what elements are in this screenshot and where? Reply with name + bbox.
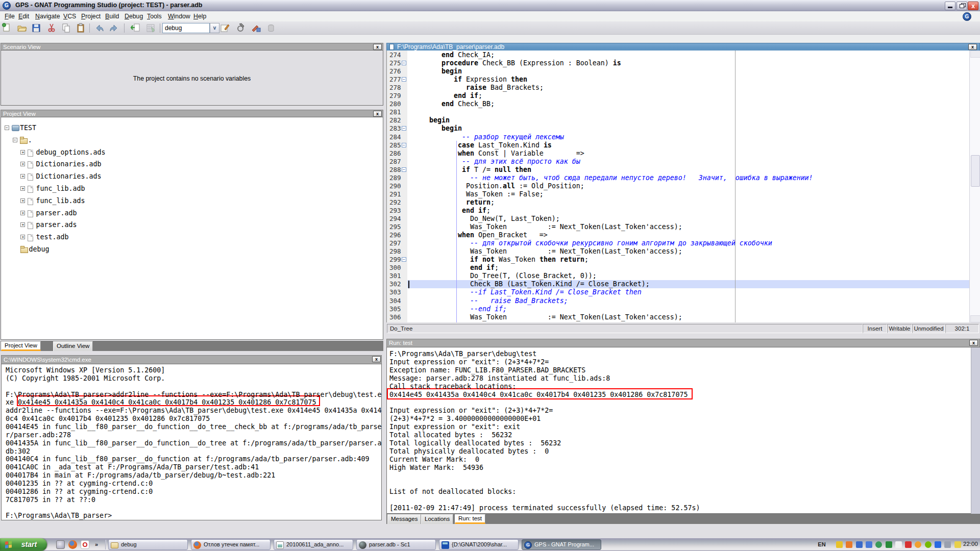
taskbar-button-4[interactable]: parser.adb - Sc1 [356,539,436,550]
menu-debug[interactable]: Debug [125,13,143,20]
menu-vcs[interactable]: VCS [63,13,76,20]
cmd-window-header[interactable]: C:\WINDOWS\system32\cmd.exe [1,355,382,364]
fold-icon[interactable]: − [402,167,406,172]
build-main-icon[interactable] [220,23,230,33]
paste-icon[interactable] [76,23,86,33]
tray-play-icon[interactable] [935,541,941,548]
tab-run-test[interactable]: Run: test [455,514,485,524]
taskbar-button-5[interactable]: {D:\GNAT\2009\shar... [439,539,519,550]
scroll-up-arrow[interactable] [970,51,980,58]
tree-item-parser-adb[interactable]: +parser.adb [1,208,379,218]
tab-messages[interactable]: Messages [387,514,421,524]
run-close-icon[interactable]: x [969,340,978,346]
tray-redx-icon[interactable] [905,541,912,548]
tab-locations[interactable]: Locations [421,514,453,524]
tray-monitor1-icon[interactable] [856,541,863,548]
tree-item-debug-options-ads[interactable]: +debug_options.ads [1,147,379,158]
tree-item-TEST[interactable]: −TEST [1,123,379,133]
status-mode[interactable]: Insert [863,324,887,333]
fold-icon[interactable]: − [402,257,406,262]
tree-expander-icon[interactable]: − [5,126,9,130]
fold-icon[interactable]: − [402,143,406,147]
tree-expander-icon[interactable]: + [20,198,25,203]
editor-tab[interactable]: F:\Programs\Ada\TB_parser\parser.adb [386,43,980,51]
fold-icon[interactable]: − [402,77,406,82]
clean-icon[interactable] [266,23,276,33]
quicklaunch-chevron-icon[interactable]: » [95,540,98,548]
code-editor[interactable]: 274275−276277−278279280281282283−284285−… [386,51,980,322]
tree-expander-icon[interactable]: + [20,186,25,191]
cmd-console[interactable]: Microsoft Windows XP [Version 5.1.2600](… [1,364,382,520]
menu-project[interactable]: Project [81,13,101,20]
tray-vlc-icon[interactable] [846,541,852,548]
tree-expander-icon[interactable]: + [20,162,25,166]
scenario-combo-dropdown[interactable]: v [210,23,219,33]
menu-window[interactable]: Window [168,13,190,20]
editor-scroll-thumb[interactable] [971,155,980,187]
start-button[interactable]: start [0,538,47,551]
tray-sheet-icon[interactable] [886,541,892,548]
cmd-close-icon[interactable]: x [372,356,381,362]
fold-icon[interactable]: − [402,61,406,65]
tree-item--[interactable]: −. [1,135,379,145]
menu-build[interactable]: Build [105,13,119,20]
run-scrollbar[interactable] [971,347,980,514]
restore-button[interactable] [957,2,967,10]
tree-item-debug[interactable]: debug [1,244,379,255]
menu-tools[interactable]: Tools [147,13,162,20]
save-icon[interactable] [31,23,41,33]
open-file-icon[interactable] [17,23,27,33]
language-indicator[interactable]: EN [816,540,828,549]
run-console[interactable]: F:\Programs\Ada\TB_parser\debug\testInpu… [386,347,980,514]
scenario-view-close-icon[interactable]: x [373,44,382,50]
tray-ccc-icon[interactable] [895,541,902,548]
editor-close-icon[interactable]: x [968,44,977,50]
taskbar-button-6[interactable]: GGPS - GNAT Program... [522,539,601,550]
redo-icon[interactable] [109,23,119,33]
run-panel-header[interactable]: Run: test [386,339,980,347]
undo-icon[interactable] [94,23,105,33]
status-writable[interactable]: Writable [887,324,912,333]
scenario-combo[interactable]: debug [162,23,210,33]
tray-wand-icon[interactable] [954,541,961,548]
tree-expander-icon[interactable]: + [20,150,25,155]
copy-icon[interactable] [61,23,71,33]
tree-expander-icon[interactable]: + [20,211,25,215]
menu-file[interactable]: File [5,13,15,20]
new-file-icon[interactable] [2,23,12,33]
editor-scrollbar[interactable] [969,51,980,322]
tray-shield-icon[interactable] [836,541,843,548]
tree-expander-icon[interactable]: + [20,222,25,227]
tree-item-func-lib-adb[interactable]: +func_lib.adb [1,184,379,194]
taskbar-button-2[interactable]: Отлов утечек памят... [191,539,271,550]
tree-item-test-adb[interactable]: +test.adb [1,232,379,242]
tree-expander-icon[interactable]: + [20,235,25,239]
tab-project-view[interactable]: Project View [1,341,41,351]
minimize-button[interactable] [945,2,955,10]
fold-icon[interactable]: − [402,126,406,131]
build-all-icon[interactable] [251,23,261,33]
cut-icon[interactable] [46,23,57,33]
taskbar-button-1[interactable]: debug [108,539,188,550]
tab-outline-view[interactable]: Outline View [53,341,93,351]
compile-icon[interactable] [235,23,246,33]
editor-code-area[interactable]: end Check_IA; procedure Check_BB (Expres… [407,51,969,322]
tree-item-parser-ads[interactable]: +parser.ads [1,220,379,230]
menu-help[interactable]: Help [193,13,206,20]
tree-item-Dictionaries-ads[interactable]: +Dictionaries.ads [1,171,379,182]
tree-expander-icon[interactable]: + [20,174,25,179]
tray-monitor2-icon[interactable] [866,541,872,548]
menu-edit[interactable]: Edit [18,13,29,20]
project-view-close-icon[interactable]: x [373,111,382,117]
quicklaunch-opera-icon[interactable]: O [81,540,89,549]
menu-navigate[interactable]: Navigate [35,13,60,20]
project-view-header[interactable]: Project View [1,110,383,117]
tree-item-func-lib-ads[interactable]: +func_lib.ads [1,196,379,206]
tree-item-Dictionaries-adb[interactable]: +Dictionaries.adb [1,159,379,169]
tray-dot-icon[interactable] [875,541,882,548]
tray-qip-icon[interactable] [915,541,921,548]
scenario-view-header[interactable]: Scenario View [1,43,383,50]
taskbar-button-3[interactable]: 20100611_ada_anno... [274,539,353,550]
tray-nvidia-icon[interactable] [925,541,932,548]
close-button[interactable]: x [968,2,978,10]
